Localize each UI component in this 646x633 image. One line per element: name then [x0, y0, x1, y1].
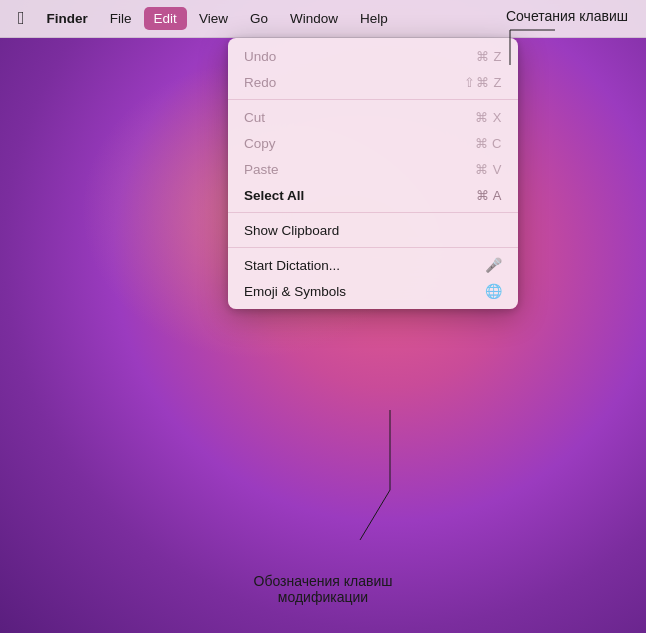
- separator-2: [228, 212, 518, 213]
- separator-3: [228, 247, 518, 248]
- paste-shortcut: ⌘ V: [475, 162, 502, 177]
- dictation-icon: 🎤: [485, 257, 502, 273]
- edit-dropdown-menu: Undo ⌘ Z Redo ⇧⌘ Z Cut ⌘ X Copy ⌘ C Past…: [228, 38, 518, 309]
- cut-shortcut: ⌘ X: [475, 110, 502, 125]
- copy-label: Copy: [244, 136, 276, 151]
- paste-label: Paste: [244, 162, 279, 177]
- separator-1: [228, 99, 518, 100]
- copy-shortcut: ⌘ C: [475, 136, 503, 151]
- redo-label: Redo: [244, 75, 276, 90]
- undo-shortcut: ⌘ Z: [476, 49, 502, 64]
- annotation-bottom-label: Обозначения клавиш модификации: [254, 573, 393, 605]
- desktop:  Finder File Edit View Go Window Help U…: [0, 0, 646, 633]
- select-all-shortcut: ⌘ A: [476, 188, 502, 203]
- menu-item-start-dictation[interactable]: Start Dictation... 🎤: [228, 252, 518, 278]
- menu-item-emoji-symbols[interactable]: Emoji & Symbols 🌐: [228, 278, 518, 304]
- menu-item-copy[interactable]: Copy ⌘ C: [228, 130, 518, 156]
- undo-label: Undo: [244, 49, 276, 64]
- apple-menu-item[interactable]: : [8, 6, 35, 31]
- help-menu-item[interactable]: Help: [350, 7, 398, 30]
- emoji-symbols-label: Emoji & Symbols: [244, 284, 346, 299]
- edit-menu-item[interactable]: Edit: [144, 7, 187, 30]
- emoji-icon: 🌐: [485, 283, 502, 299]
- window-menu-item[interactable]: Window: [280, 7, 348, 30]
- redo-shortcut: ⇧⌘ Z: [464, 75, 502, 90]
- go-menu-item[interactable]: Go: [240, 7, 278, 30]
- view-menu-item[interactable]: View: [189, 7, 238, 30]
- menu-item-redo[interactable]: Redo ⇧⌘ Z: [228, 69, 518, 95]
- menu-item-select-all[interactable]: Select All ⌘ A: [228, 182, 518, 208]
- menu-item-cut[interactable]: Cut ⌘ X: [228, 104, 518, 130]
- cut-label: Cut: [244, 110, 265, 125]
- menu-item-undo[interactable]: Undo ⌘ Z: [228, 43, 518, 69]
- file-menu-item[interactable]: File: [100, 7, 142, 30]
- menu-item-show-clipboard[interactable]: Show Clipboard: [228, 217, 518, 243]
- show-clipboard-label: Show Clipboard: [244, 223, 339, 238]
- start-dictation-label: Start Dictation...: [244, 258, 340, 273]
- select-all-label: Select All: [244, 188, 304, 203]
- svg-line-3: [360, 490, 390, 540]
- menu-item-paste[interactable]: Paste ⌘ V: [228, 156, 518, 182]
- finder-menu-item[interactable]: Finder: [37, 7, 98, 30]
- annotation-top-label: Сочетания клавиш: [506, 8, 628, 24]
